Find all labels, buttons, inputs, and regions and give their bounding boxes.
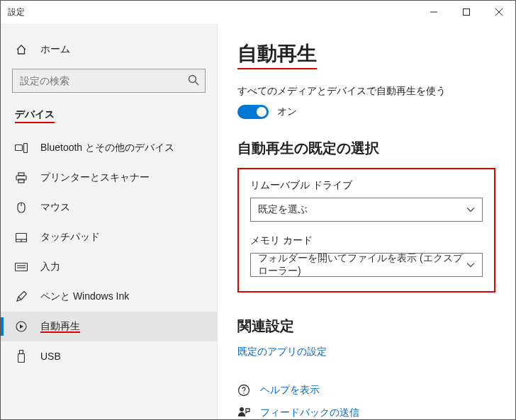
sidebar-item-label: 入力	[40, 261, 60, 273]
sidebar-item-bluetooth[interactable]: Bluetooth とその他のデバイス	[1, 133, 217, 163]
titlebar: 設定	[1, 1, 515, 23]
use-autoplay-label: すべてのメディアとデバイスで自動再生を使う	[237, 85, 495, 98]
svg-rect-8	[18, 173, 24, 176]
maximize-button[interactable]	[450, 1, 483, 23]
devices-icon	[15, 143, 28, 153]
svg-line-19	[18, 297, 21, 300]
autoplay-toggle[interactable]	[237, 105, 269, 119]
sidebar-item-label: タッチパッド	[40, 231, 100, 244]
sidebar-item-usb[interactable]: USB	[1, 341, 217, 371]
sidebar-category: デバイス	[1, 96, 217, 127]
search-input[interactable]	[12, 69, 206, 93]
home-icon	[15, 44, 28, 55]
svg-point-25	[240, 407, 244, 412]
sidebar-item-label: ペンと Windows Ink	[40, 290, 129, 303]
sidebar-item-label: マウス	[40, 201, 70, 214]
memory-card-select[interactable]: フォルダーを開いてファイルを表示 (エクスプローラー)	[250, 253, 483, 277]
sidebar-item-autoplay[interactable]: 自動再生	[1, 312, 217, 341]
sidebar-item-label: USB	[40, 351, 61, 362]
pen-icon	[15, 291, 28, 302]
svg-rect-16	[16, 263, 28, 271]
give-feedback-link[interactable]: フィードバックの送信	[260, 407, 359, 419]
close-button[interactable]	[483, 1, 515, 23]
window-title: 設定	[8, 6, 25, 18]
printer-icon	[15, 172, 28, 183]
sidebar-item-label: プリンターとスキャナー	[40, 171, 150, 184]
search-icon	[187, 74, 200, 86]
chevron-down-icon	[466, 207, 475, 212]
memory-card-label: メモリ カード	[250, 234, 483, 247]
home-link[interactable]: ホーム	[1, 36, 217, 63]
help-icon	[237, 384, 250, 397]
svg-line-5	[196, 82, 199, 86]
removable-drive-label: リムーバブル ドライブ	[250, 179, 483, 192]
svg-rect-21	[20, 351, 23, 354]
sidebar-nav: Bluetooth とその他のデバイス プリンターとスキャナー マウス	[1, 133, 217, 371]
sidebar-item-typing[interactable]: 入力	[1, 252, 217, 282]
svg-point-4	[189, 76, 196, 83]
chevron-down-icon	[466, 262, 475, 268]
toggle-state-label: オン	[277, 106, 297, 118]
sidebar-item-pen[interactable]: ペンと Windows Ink	[1, 282, 217, 312]
search-box[interactable]	[12, 69, 206, 93]
sidebar-item-touchpad[interactable]: タッチパッド	[1, 222, 217, 252]
svg-rect-6	[16, 145, 23, 151]
minimize-button[interactable]	[417, 1, 450, 23]
removable-drive-value: 既定を選ぶ	[258, 203, 308, 216]
sidebar-item-label: 自動再生	[40, 320, 80, 333]
sidebar-item-mouse[interactable]: マウス	[1, 193, 217, 222]
mouse-icon	[15, 202, 28, 213]
svg-rect-1	[464, 9, 470, 16]
defaults-highlight-box: リムーバブル ドライブ 既定を選ぶ メモリ カード フォルダーを開いてファイルを…	[237, 168, 495, 293]
sidebar-item-label: Bluetooth とその他のデバイス	[40, 142, 174, 154]
defaults-heading: 自動再生の既定の選択	[237, 139, 495, 158]
removable-drive-select[interactable]: 既定を選ぶ	[250, 198, 483, 222]
autoplay-icon	[15, 321, 28, 332]
svg-point-24	[243, 392, 244, 393]
related-heading: 関連設定	[237, 317, 495, 336]
page-title: 自動再生	[237, 40, 317, 69]
main-content: 自動再生 すべてのメディアとデバイスで自動再生を使う オン 自動再生の既定の選択…	[218, 23, 515, 419]
sidebar-item-printers[interactable]: プリンターとスキャナー	[1, 163, 217, 193]
svg-rect-22	[18, 354, 25, 363]
feedback-icon	[237, 407, 250, 419]
sidebar: ホーム デバイス Bluetooth とその他のデバイス	[1, 23, 218, 419]
window-controls	[417, 1, 515, 23]
svg-rect-7	[24, 144, 28, 153]
default-apps-link[interactable]: 既定のアプリの設定	[237, 346, 495, 358]
touchpad-icon	[15, 233, 28, 242]
get-help-link[interactable]: ヘルプを表示	[260, 384, 320, 397]
usb-icon	[15, 350, 28, 363]
keyboard-icon	[15, 263, 28, 271]
home-label: ホーム	[40, 43, 70, 56]
memory-card-value: フォルダーを開いてファイルを表示 (エクスプローラー)	[258, 252, 466, 278]
